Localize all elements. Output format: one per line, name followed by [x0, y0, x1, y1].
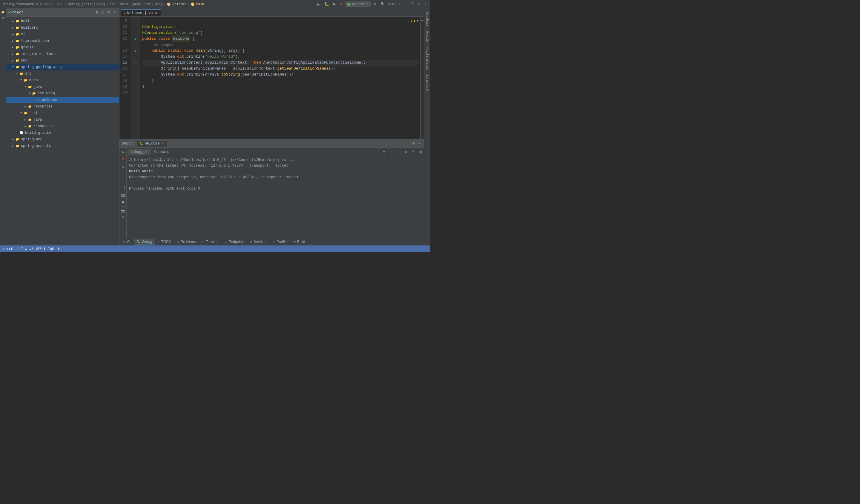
- git-branch-status[interactable]: ⑂ main: [2, 247, 14, 250]
- tree-item-build[interactable]: ▶ 📁 build: [6, 18, 119, 25]
- collapse-all-button[interactable]: ⊟: [95, 10, 99, 15]
- bottom-tab-endpoints[interactable]: ⬡ Endpoints: [223, 239, 247, 245]
- tree-item-java-test[interactable]: ▶ 📁 java: [6, 116, 119, 123]
- debug-camera[interactable]: 📷: [120, 208, 126, 214]
- console-down-btn[interactable]: ↓: [395, 149, 401, 155]
- breadcrumb-method[interactable]: ⬤ main: [191, 2, 204, 6]
- debug-console[interactable]: /Library/Java/JavaVirtualMachines/jdk1.8…: [127, 156, 417, 237]
- tree-item-build-gradle[interactable]: 📄 build.gradle: [6, 130, 119, 136]
- coverage-button[interactable]: ▶̣: [332, 1, 337, 6]
- tree-item-buildsrc[interactable]: ▶ 📁 buildSrc: [6, 25, 119, 31]
- debug-tab-close[interactable]: ✕: [161, 142, 164, 145]
- debug-button[interactable]: 🐛: [323, 1, 330, 7]
- tree-item-com-wong[interactable]: ▼ 📂 com.wong: [6, 90, 119, 97]
- gutter-14: [131, 54, 140, 60]
- tree-item-resources-test[interactable]: ▶ 📁 resources: [6, 123, 119, 130]
- gutter-12-run[interactable]: ▶: [131, 36, 140, 42]
- tree-item-spring-gosling-wong[interactable]: ▼ 📁 spring.gosling-wong: [6, 64, 119, 70]
- breadcrumb-main[interactable]: main: [120, 2, 128, 6]
- editor-tabs: ☕ Welcome.java ✕: [119, 8, 424, 17]
- tree-item-spring-aop[interactable]: ▶ 📁 spring-aop: [6, 136, 119, 143]
- console-filter-btn[interactable]: ⊞: [403, 149, 408, 155]
- bottom-tab-git[interactable]: ◷ Git: [121, 239, 134, 245]
- sidebar-structure-label[interactable]: Structure: [425, 72, 429, 93]
- breadcrumb-java[interactable]: java: [132, 2, 140, 6]
- warning-up-arrow[interactable]: ▲: [414, 19, 416, 23]
- console-tab[interactable]: Console: [152, 149, 172, 155]
- console-wrap-btn[interactable]: ⏎: [410, 149, 416, 155]
- debug-settings-button[interactable]: ⚙: [411, 141, 416, 146]
- debug-step-over[interactable]: ↷: [120, 164, 126, 170]
- tree-item-welcome[interactable]: ☕ Welcome: [6, 97, 119, 103]
- bottom-tab-todo[interactable]: ✓ TODO: [155, 239, 174, 245]
- tree-item-out[interactable]: ▶ 📁 out: [6, 57, 119, 64]
- sidebar-gradle-label[interactable]: Gradle: [425, 29, 429, 44]
- debug-step-out[interactable]: ↑: [120, 177, 126, 183]
- breadcrumb-src[interactable]: src: [110, 2, 116, 6]
- debug-settings2[interactable]: ⚙: [120, 214, 126, 220]
- search-button[interactable]: 🔍: [379, 1, 386, 6]
- tree-item-framework-bom[interactable]: ▶ 📁 framework-bom: [6, 38, 119, 44]
- bookmark-icon[interactable]: ⊞: [0, 16, 6, 21]
- debug-step-into[interactable]: ↓: [120, 171, 126, 177]
- debug-tab-welcome[interactable]: 🐛 Welcome ✕: [137, 140, 167, 147]
- breadcrumb-project[interactable]: spring-framework-5.2.22.RELEASE: [2, 2, 63, 6]
- git-info[interactable]: ⓘ: [410, 1, 415, 7]
- tree-item-test[interactable]: ▼ 📂 test: [6, 110, 119, 116]
- debug-resume-button[interactable]: ▶: [120, 149, 126, 155]
- bottom-tab-build[interactable]: ⚒ Build: [291, 239, 307, 245]
- charset-status[interactable]: UTF-8: [36, 247, 46, 250]
- debug-breakpoints[interactable]: ⬟: [120, 199, 126, 205]
- debug-run-to-cursor[interactable]: →|: [120, 184, 126, 190]
- bottom-tab-terminal[interactable]: >_ Terminal: [199, 239, 222, 245]
- tree-item-ci[interactable]: ▶ 📁 ci: [6, 31, 119, 38]
- project-tree: ▶ 📁 build ▶ 📁 buildSrc ▶ 📁 ci ▶: [6, 17, 119, 245]
- project-icon[interactable]: 📁: [0, 10, 6, 15]
- bug-icon: 🐛: [140, 142, 143, 145]
- settings-button[interactable]: ⚙: [372, 1, 378, 6]
- breadcrumb-welcome[interactable]: ⬤ Welcome: [167, 2, 186, 6]
- gutter-13-run[interactable]: ▶: [131, 48, 140, 54]
- tab-welcome-java[interactable]: ☕ Welcome.java ✕: [121, 9, 161, 16]
- run-config-selector[interactable]: ⬤ Welcome ▾: [345, 1, 371, 6]
- tree-item-resources[interactable]: ▶ 📁 resources: [6, 103, 119, 110]
- tab-close-button[interactable]: ✕: [154, 11, 158, 15]
- debug-close-button[interactable]: ✕: [417, 141, 422, 146]
- warning-down-arrow[interactable]: ▼: [417, 19, 419, 23]
- breadcrumb-com[interactable]: com: [145, 2, 150, 6]
- project-settings-button[interactable]: ⚙: [106, 10, 111, 15]
- project-close-button[interactable]: ✕: [112, 10, 117, 15]
- indent-status[interactable]: Tab: 8: [48, 247, 60, 250]
- sidebar-notifications-label[interactable]: Notifications: [425, 44, 429, 72]
- line-col-status[interactable]: 7:1: [21, 247, 27, 250]
- breadcrumb-wong[interactable]: wong: [155, 2, 162, 6]
- git-checkmark2[interactable]: ✓: [403, 1, 408, 6]
- debug-stop-button[interactable]: ■: [120, 156, 126, 161]
- debug-evaluate[interactable]: ⌨: [120, 192, 126, 199]
- tree-item-gradle[interactable]: ▶ 📁 gradle: [6, 44, 119, 51]
- stop-button[interactable]: ■: [339, 2, 343, 6]
- tree-item-java[interactable]: ▼ 📂 java: [6, 84, 119, 90]
- debug-layout-btn[interactable]: ⊞: [418, 149, 424, 155]
- code-area[interactable]: @Configuration @ComponentScan("com.wong"…: [140, 17, 420, 139]
- breadcrumb-module[interactable]: spring.gosling-wong: [68, 2, 105, 6]
- sidebar-database-label[interactable]: Database: [425, 10, 429, 29]
- run-button[interactable]: ▶: [316, 1, 321, 7]
- tree-item-main[interactable]: ▼ 📂 main: [6, 77, 119, 84]
- scroll-from-source-button[interactable]: ◎: [100, 10, 105, 15]
- bottom-tab-services[interactable]: ◈ Services: [247, 239, 270, 245]
- tree-item-src[interactable]: ▼ 📂 src: [6, 70, 119, 77]
- tree-item-spring-aspects[interactable]: ▶ 📁 spring-aspects: [6, 143, 119, 149]
- debug-toolbar-sep-3: [121, 206, 126, 207]
- bottom-tab-problems[interactable]: ⚠ Problems: [174, 239, 198, 245]
- bottom-tab-profiler[interactable]: ◎ Profiler: [270, 239, 290, 245]
- git-forward[interactable]: ↷: [422, 1, 428, 6]
- encoding-status[interactable]: LF: [29, 247, 33, 250]
- debugger-tab[interactable]: Debugger: [128, 149, 150, 155]
- bottom-tab-debug[interactable]: 🐛 Debug: [134, 239, 154, 245]
- git-checkmark1[interactable]: ✓: [397, 1, 402, 6]
- git-back[interactable]: ↶: [416, 1, 421, 6]
- console-up-btn[interactable]: ↑: [388, 149, 394, 155]
- tree-item-integration-tests[interactable]: ▶ 📁 integration-tests: [6, 51, 119, 57]
- console-format-btn[interactable]: ≡: [381, 149, 387, 155]
